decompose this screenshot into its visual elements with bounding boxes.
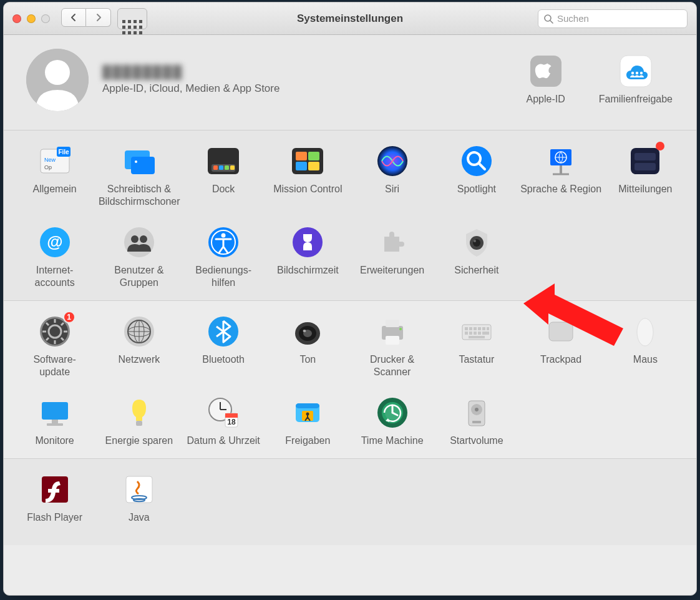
pref-label: Dock xyxy=(212,183,235,195)
svg-rect-27 xyxy=(308,162,319,170)
search-input[interactable] xyxy=(557,13,682,24)
pref-label: Time Machine xyxy=(361,435,424,447)
pref-label: Erweiterungen xyxy=(360,264,424,277)
account-section: ████████ Apple-ID, iCloud, Medien & App … xyxy=(4,35,696,130)
pref-mouse[interactable]: Maus xyxy=(603,312,688,381)
svg-rect-37 xyxy=(634,153,656,160)
forward-button[interactable] xyxy=(86,8,111,27)
pref-dock[interactable]: Dock xyxy=(182,142,266,210)
svg-point-6 xyxy=(631,72,634,74)
pref-desktop[interactable]: Schreibtisch & Bildschirmschoner xyxy=(97,142,181,210)
close-button[interactable] xyxy=(12,14,21,23)
pref-label: Allgemein xyxy=(32,183,76,195)
svg-rect-76 xyxy=(465,332,468,335)
pref-label: Netzwerk xyxy=(119,353,160,366)
minimize-button[interactable] xyxy=(27,14,36,23)
account-subtitle: Apple-ID, iCloud, Medien & App Store xyxy=(102,82,280,95)
pref-general[interactable]: FileNewOp Allgemein xyxy=(12,142,97,210)
pref-internet-accounts[interactable]: @ Internet- accounts xyxy=(12,223,97,292)
pref-label: Benutzer & Gruppen xyxy=(99,264,180,289)
language-icon xyxy=(544,144,578,178)
calendar-day: 18 xyxy=(227,418,236,426)
titlebar: Systemeinstellungen xyxy=(4,2,696,35)
pref-mission-control[interactable]: Mission Control xyxy=(266,142,350,210)
pref-label: Ton xyxy=(299,353,316,366)
pref-date-time[interactable]: 18 Datum & Uhrzeit xyxy=(182,393,266,450)
siri-icon xyxy=(376,144,409,178)
svg-rect-35 xyxy=(560,165,562,174)
pref-label: Internet- accounts xyxy=(35,264,75,289)
account-name-redacted: ████████ xyxy=(102,65,280,79)
pref-label: Tastatur xyxy=(459,353,494,366)
svg-rect-103 xyxy=(472,421,481,423)
flash-icon xyxy=(38,473,72,506)
account-avatar[interactable] xyxy=(26,49,102,111)
back-button[interactable] xyxy=(61,8,86,27)
pref-label: Siri xyxy=(385,183,399,195)
svg-rect-20 xyxy=(219,165,223,170)
pref-siri[interactable]: Siri xyxy=(350,142,434,210)
pref-keyboard[interactable]: Tastatur xyxy=(434,312,518,381)
pref-label: Maus xyxy=(633,353,658,366)
svg-rect-25 xyxy=(308,152,319,160)
software-update-icon: 1 xyxy=(38,315,72,348)
svg-point-64 xyxy=(303,330,306,332)
pref-accessibility[interactable]: Bedienungs- hilfen xyxy=(182,223,266,292)
pref-java[interactable]: Java xyxy=(97,470,181,526)
pref-energy-saver[interactable]: Energie sparen xyxy=(97,393,181,450)
pref-sharing[interactable]: Freigaben xyxy=(266,393,350,450)
pref-language-region[interactable]: Sprache & Region xyxy=(519,142,603,210)
pref-flash-player[interactable]: Flash Player xyxy=(12,470,97,526)
pref-security[interactable]: Sicherheit xyxy=(434,223,518,292)
show-all-button[interactable] xyxy=(117,8,147,29)
notification-badge-icon xyxy=(656,142,664,150)
pref-startup-disk[interactable]: Startvolume xyxy=(434,393,518,450)
grid-icon xyxy=(122,20,142,34)
svg-rect-85 xyxy=(52,420,58,423)
svg-text:@: @ xyxy=(47,232,62,251)
pref-bluetooth[interactable]: Bluetooth xyxy=(182,312,266,381)
pref-label: Energie sparen xyxy=(105,435,173,447)
svg-rect-24 xyxy=(296,152,307,160)
trackpad-icon xyxy=(544,315,578,348)
pref-network[interactable]: Netzwerk xyxy=(97,312,181,381)
pref-users-groups[interactable]: Benutzer & Gruppen xyxy=(97,223,181,292)
svg-point-46 xyxy=(221,234,226,238)
pref-trackpad[interactable]: Trackpad xyxy=(519,312,603,381)
svg-rect-84 xyxy=(42,402,68,420)
users-icon xyxy=(122,225,156,259)
zoom-button[interactable] xyxy=(41,14,50,23)
pref-label: Software- update xyxy=(33,353,75,378)
pref-displays[interactable]: Monitore xyxy=(12,393,97,450)
general-icon: FileNewOp xyxy=(38,144,72,178)
pref-software-update[interactable]: 1 Software- update xyxy=(12,312,97,381)
pref-apple-id[interactable]: Apple-ID xyxy=(525,52,566,108)
pref-printers[interactable]: Drucker & Scanner xyxy=(350,312,434,381)
svg-text:Op: Op xyxy=(44,164,52,170)
search-field[interactable] xyxy=(538,9,688,28)
pref-sound[interactable]: Ton xyxy=(266,312,350,381)
svg-rect-38 xyxy=(634,163,656,170)
pref-label: Freigaben xyxy=(285,435,330,447)
svg-rect-75 xyxy=(487,327,489,330)
svg-rect-79 xyxy=(478,332,481,335)
pref-time-machine[interactable]: Time Machine xyxy=(350,393,434,450)
pref-extensions[interactable]: Erweiterungen xyxy=(350,223,434,292)
traffic-lights xyxy=(12,14,50,23)
pref-family-sharing[interactable]: Familienfreigabe xyxy=(598,52,674,108)
pref-notifications[interactable]: Mitteilungen xyxy=(603,142,688,210)
svg-rect-81 xyxy=(469,336,485,338)
svg-point-16 xyxy=(135,160,137,163)
pref-label: Mission Control xyxy=(273,183,342,195)
prefs-row-3: 1 Software- update Netzwerk Bluetooth To… xyxy=(4,301,696,459)
svg-rect-78 xyxy=(474,332,477,335)
account-text[interactable]: ████████ Apple-ID, iCloud, Medien & App … xyxy=(102,65,280,95)
svg-rect-94 xyxy=(296,403,319,408)
svg-point-29 xyxy=(462,146,492,176)
pref-screentime[interactable]: Bildschirmzeit xyxy=(266,223,350,292)
svg-point-47 xyxy=(293,227,323,257)
startup-disk-icon xyxy=(460,396,493,430)
search-icon xyxy=(543,14,553,24)
keyboard-icon xyxy=(460,315,493,348)
pref-spotlight[interactable]: Spotlight xyxy=(434,142,518,210)
